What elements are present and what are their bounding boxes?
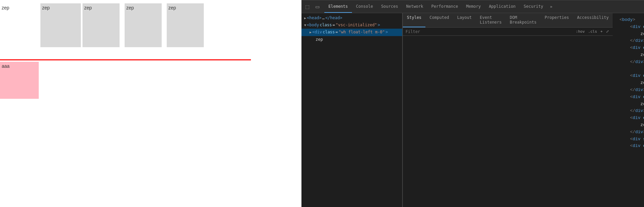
styles-tab-properties[interactable]: Properties [541, 13, 573, 27]
dom-arrow-body: ▼ [304, 23, 306, 28]
code-line-1: <body> [613, 17, 644, 24]
styles-tab-event-listeners[interactable]: Event Listeners [476, 13, 506, 27]
tab-network[interactable]: Network [402, 0, 427, 13]
styles-tab-accessibility[interactable]: Accessibility [573, 13, 613, 27]
code-line-12: <div class="wh float-left m-3"> [613, 94, 644, 101]
code-line-17: </div> [613, 129, 644, 136]
code-line-9: <div class="wh float-left m-2"> [613, 72, 644, 80]
box-3-label: zep [84, 5, 92, 10]
devtools-tab-bar: Elements Console Sources Network Perform… [324, 0, 644, 13]
dom-row-zep[interactable]: zep [301, 36, 402, 43]
box-3: zep [83, 3, 120, 47]
filter-input[interactable] [406, 29, 575, 34]
inspect-element-button[interactable]: ⬚ [303, 2, 312, 11]
tab-sources[interactable]: Sources [377, 0, 402, 13]
filter-bar: :hov .cls + ⤢ [403, 28, 613, 36]
dom-row-head[interactable]: ▶ <head> … </head> [301, 14, 402, 22]
code-line-5: <div class="wh float-left m-1"> [613, 45, 644, 52]
code-line-2: <div class="wh float-left m-0"> [613, 24, 644, 31]
box-1-label: zep [2, 5, 9, 10]
tab-application[interactable]: Application [485, 0, 519, 13]
styles-tab-layout[interactable]: Layout [453, 13, 476, 27]
browser-viewport: zep zep zep zep zep aaa [0, 0, 644, 207]
code-line-3: zep [613, 31, 644, 38]
expand-button[interactable]: ⤢ [605, 29, 610, 34]
styles-tab-dom-breakpoints[interactable]: DOM Breakpoints [506, 13, 541, 27]
device-toggle-button[interactable]: ▭ [313, 2, 322, 11]
styles-panel: Styles Computed Layout Event Listeners D… [403, 13, 613, 207]
box-2: zep [40, 3, 81, 47]
code-line-13: zep [613, 101, 644, 108]
devtools-icon-group: ⬚ ▭ [303, 2, 322, 11]
styles-tab-styles[interactable]: Styles [403, 13, 425, 27]
code-line-10: zep [613, 80, 644, 87]
red-line-indicator [0, 59, 251, 60]
tab-console[interactable]: Console [352, 0, 377, 13]
code-line-11: </div> [613, 87, 644, 94]
box-2-label: zep [42, 5, 50, 10]
dom-arrow-head: ▶ [304, 16, 306, 21]
code-line-14: </div> [613, 108, 644, 115]
add-style-button[interactable]: + [600, 29, 604, 34]
code-line-4: </div> [613, 37, 644, 45]
styles-tab-bar: Styles Computed Layout Event Listeners D… [403, 13, 613, 28]
code-line-19: <div class="wh" style="background-color:… [613, 143, 644, 150]
code-line-6: zep [613, 52, 644, 59]
dom-panel: ▶ <head> … </head> ▼ <body class = "vsc-… [301, 13, 402, 207]
code-line-7: </div> [613, 59, 644, 66]
styles-tab-computed[interactable]: Computed [425, 13, 453, 27]
tab-memory[interactable]: Memory [462, 0, 485, 13]
hov-button[interactable]: :hov [575, 29, 586, 34]
code-line-8 [613, 66, 644, 73]
box-5-label: zep [168, 5, 176, 10]
box-1: zep [0, 3, 39, 47]
pink-box-label: aaa [2, 63, 9, 69]
code-panel: <body> <div class="wh float-left m-0"> z… [613, 13, 644, 207]
boxes-row: zep zep zep zep zep [0, 0, 301, 47]
devtools-content: ▶ <head> … </head> ▼ <body class = "vsc-… [301, 13, 644, 207]
dom-arrow-div0: ▶ [304, 30, 312, 35]
dom-row-div0[interactable]: ▶ <div class = "wh float-left m-0" > [301, 29, 402, 36]
devtools-panel: ⬚ ▭ Elements Console Sources Network Per… [301, 0, 644, 207]
code-line-18: <div style="clear: both;"></div> [613, 136, 644, 143]
pink-box: aaa [0, 62, 39, 99]
tab-overflow-button[interactable]: » [547, 0, 555, 13]
webpage-content: zep zep zep zep zep aaa [0, 0, 301, 207]
dom-tree[interactable]: ▶ <head> … </head> ▼ <body class = "vsc-… [301, 13, 402, 207]
code-line-15: <div class="wh float-left m-4"> [613, 115, 644, 122]
tab-elements[interactable]: Elements [324, 0, 352, 13]
dom-row-body[interactable]: ▼ <body class = "vsc-initialized" > [301, 22, 402, 29]
tab-security[interactable]: Security [520, 0, 547, 13]
box-5: zep [167, 3, 204, 47]
code-line-16: zep [613, 122, 644, 129]
devtools-toolbar: ⬚ ▭ Elements Console Sources Network Per… [301, 0, 644, 13]
box-4: zep [125, 3, 162, 47]
cls-button[interactable]: .cls [587, 29, 598, 34]
tab-performance[interactable]: Performance [427, 0, 462, 13]
box-4-label: zep [126, 5, 134, 10]
filter-actions: :hov .cls + ⤢ [575, 29, 610, 34]
